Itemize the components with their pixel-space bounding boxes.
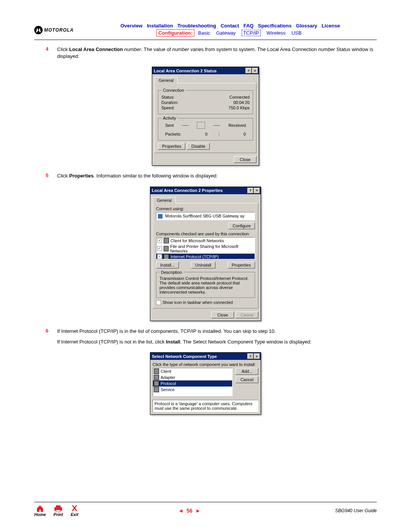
home-icon [36, 505, 44, 512]
printer-icon [164, 246, 169, 251]
nav-license[interactable]: License [322, 23, 340, 29]
nav-glossary[interactable]: Glossary [296, 23, 317, 29]
prev-page-arrow[interactable]: ◄ [178, 508, 183, 514]
select-instruction: Click the type of network component you … [153, 362, 258, 367]
properties-button-2[interactable]: Properties [228, 262, 255, 268]
nav-configuration-current: Configuration: [156, 29, 194, 37]
step-4-number: 4 [46, 46, 57, 64]
packets-sent-value: 0 [192, 132, 207, 136]
description-legend: Description [159, 270, 183, 275]
nav-contact[interactable]: Contact [221, 23, 239, 29]
adapter-icon [154, 375, 159, 380]
type-adapter[interactable]: Adapter [153, 374, 232, 380]
step-6-p2: If Internet Protocol (TCP/IP) is not in … [57, 339, 377, 345]
svg-rect-1 [56, 505, 61, 507]
close-icon[interactable]: × [252, 68, 258, 73]
speed-label: Speed: [161, 105, 175, 110]
description-group: Description Transmission Control Protoco… [156, 270, 255, 298]
duration-value: 00:04:20 [233, 100, 250, 105]
type-client[interactable]: Client [153, 368, 232, 374]
step-5-number: 5 [46, 173, 57, 183]
configure-button[interactable]: Configure [228, 222, 255, 229]
select-hint: Protocol is a 'language' a computer uses… [153, 400, 258, 412]
disable-button[interactable]: Disable [187, 143, 210, 150]
exit-icon: X [71, 505, 78, 512]
connection-legend: Connection [161, 88, 186, 93]
received-label: Received [228, 123, 246, 128]
home-link[interactable]: Home [34, 505, 46, 517]
nav-wireless[interactable]: Wireless [266, 30, 285, 36]
activity-group: Activity Sent —— —— Received Packets: 0 [158, 116, 253, 141]
nav-gateway[interactable]: Gateway [216, 30, 236, 36]
page-footer: Home Print X Exit ◄ 56 ► SBG940 User Gui… [34, 502, 377, 517]
print-icon [54, 505, 63, 512]
close-icon[interactable]: × [254, 353, 260, 359]
select-component-dialog: Select Network Component Type ? × Click … [150, 352, 261, 415]
activity-legend: Activity [161, 116, 178, 120]
nav-specifications[interactable]: Specifications [258, 23, 292, 29]
nav-faq[interactable]: FAQ [244, 23, 254, 29]
lac-properties-title: Local Area Connection 2 Properties [152, 188, 223, 193]
step-6-number: 6 [46, 328, 57, 349]
lac-properties-dialog: Local Area Connection 2 Properties ? × G… [150, 187, 261, 321]
component-fileprint[interactable]: ✓File and Printer Sharing for Microsoft … [156, 244, 255, 254]
service-icon [154, 387, 159, 392]
nav-overview[interactable]: Overview [121, 23, 143, 29]
uninstall-button[interactable]: Uninstall [191, 262, 215, 268]
activity-icon [197, 122, 205, 129]
packets-received-value: 0 [231, 132, 246, 136]
network-adapter-icon [158, 214, 162, 219]
svg-rect-2 [56, 510, 61, 512]
protocol-icon [164, 254, 169, 259]
packets-label: Packets: [165, 132, 181, 136]
component-client[interactable]: ✓Client for Microsoft Networks [156, 238, 255, 244]
client-icon [164, 238, 169, 243]
client-icon [154, 369, 159, 374]
nav-tcpip[interactable]: TCP/IP [242, 30, 261, 36]
speed-value: 750.0 Kbps [228, 105, 250, 110]
print-link[interactable]: Print [54, 505, 63, 517]
cancel-button-2[interactable]: Cancel [236, 376, 258, 383]
header-rule [34, 40, 377, 40]
status-value: Connected [229, 95, 250, 99]
close-button[interactable]: Close [234, 156, 256, 163]
brand-text: MOTOROLA [44, 27, 74, 33]
nav-usb[interactable]: USB [292, 30, 302, 36]
install-button[interactable]: Install... [156, 262, 179, 268]
description-text: Transmission Control Protocol/Internet P… [159, 276, 252, 294]
next-page-arrow[interactable]: ► [196, 508, 201, 514]
type-service[interactable]: Service [153, 387, 232, 393]
add-button[interactable]: Add... [236, 368, 258, 375]
tab-general-props[interactable]: General [153, 197, 176, 203]
show-icon-checkbox[interactable]: Show icon in taskbar when connected [156, 300, 255, 305]
help-icon[interactable]: ? [247, 353, 253, 359]
nav-primary: Overview Installation Troubleshooting Co… [84, 23, 377, 29]
exit-link[interactable]: X Exit [71, 505, 78, 517]
motorola-logo: MOTOROLA [34, 26, 84, 34]
help-icon[interactable]: ? [245, 68, 252, 73]
adapter-field: Motorola SurfBoard SBG USB Gateway ay [156, 212, 255, 220]
nav-installation[interactable]: Installation [147, 23, 173, 29]
cancel-button: Cancel [236, 312, 258, 318]
nav-secondary: Configuration: Basic Gateway TCP/IP Wire… [84, 30, 377, 36]
connection-group: Connection Status:Connected Duration:00:… [158, 88, 253, 114]
step-6-p1: If Internet Protocol (TCP/IP) is in the … [57, 328, 377, 335]
step-5-text: Click Properties. Information similar to… [57, 173, 377, 179]
component-tcpip[interactable]: ✓Internet Protocol (TCP/IP) [156, 254, 255, 259]
nav-basic[interactable]: Basic [198, 30, 210, 36]
show-icon-label: Show icon in taskbar when connected [162, 300, 233, 305]
type-protocol[interactable]: Protocol [153, 380, 232, 387]
lac-status-dialog: Local Area Connection 2 Status ? × Gener… [152, 67, 259, 166]
tab-general[interactable]: General [155, 77, 178, 83]
component-type-listbox[interactable]: Client Adapter Protocol Service [153, 368, 233, 396]
step-6: 6 If Internet Protocol (TCP/IP) is in th… [46, 328, 377, 349]
sent-label: Sent [165, 123, 174, 128]
properties-button[interactable]: Properties [158, 143, 185, 150]
nav-troubleshooting[interactable]: Troubleshooting [177, 23, 216, 29]
close-button-2[interactable]: Close [211, 312, 234, 318]
components-listbox[interactable]: ✓Client for Microsoft Networks ✓File and… [156, 237, 255, 259]
help-icon[interactable]: ? [247, 188, 253, 193]
status-label: Status: [161, 95, 174, 99]
step-4: 4 Click Local Area Connection number. Th… [46, 46, 377, 64]
close-icon[interactable]: × [254, 188, 260, 193]
